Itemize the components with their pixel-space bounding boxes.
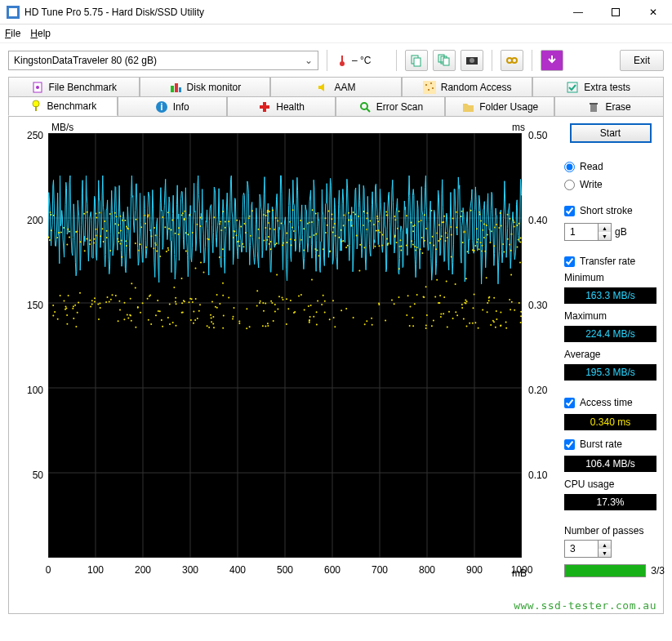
- svg-point-648: [164, 226, 166, 228]
- tab-health[interactable]: Health: [227, 96, 336, 116]
- svg-line-32: [367, 109, 370, 112]
- svg-rect-24: [567, 82, 577, 92]
- tab-file-benchmark[interactable]: File Benchmark: [8, 77, 140, 96]
- svg-point-161: [516, 225, 518, 226]
- spinner-down-icon[interactable]: ▼: [599, 232, 611, 240]
- device-dropdown[interactable]: KingstonDataTraveler 80 (62 gB) ⌄: [8, 51, 318, 70]
- tab-erase[interactable]: Erase: [554, 96, 664, 116]
- spinner-down-icon[interactable]: ▼: [599, 549, 611, 557]
- tab-folder-usage[interactable]: Folder Usage: [445, 96, 554, 116]
- minimize-button[interactable]: —: [559, 0, 597, 24]
- svg-point-124: [93, 243, 95, 244]
- svg-point-615: [487, 302, 488, 304]
- svg-rect-30: [260, 105, 269, 109]
- num-passes-spinner[interactable]: 3▲▼: [564, 540, 612, 558]
- burst-rate-check[interactable]: Burst rate: [564, 438, 656, 450]
- svg-rect-9: [443, 58, 449, 65]
- maximum-value: 224.4 MB/s: [564, 326, 656, 342]
- svg-point-179: [342, 240, 344, 242]
- start-button[interactable]: Start: [570, 123, 652, 143]
- transfer-rate-check[interactable]: Transfer rate: [564, 256, 656, 267]
- copy-stack-icon: [438, 54, 451, 67]
- svg-point-562: [127, 314, 128, 316]
- svg-point-23: [432, 87, 434, 89]
- tab-info[interactable]: iInfo: [118, 96, 227, 116]
- access-time-check[interactable]: Access time: [564, 397, 656, 408]
- short-stroke-check[interactable]: Short stroke: [564, 205, 656, 216]
- spinner-up-icon[interactable]: ▲: [599, 541, 611, 549]
- svg-point-193: [232, 318, 234, 319]
- svg-point-638: [438, 302, 439, 304]
- menu-file[interactable]: File: [5, 28, 20, 39]
- svg-point-538: [277, 220, 278, 221]
- svg-point-429: [309, 316, 311, 318]
- svg-point-78: [493, 297, 495, 299]
- svg-point-627: [249, 326, 251, 327]
- copy-button[interactable]: [405, 50, 428, 71]
- svg-point-358: [248, 217, 250, 219]
- svg-point-155: [290, 238, 291, 240]
- svg-point-102: [372, 324, 373, 326]
- svg-point-569: [268, 236, 269, 238]
- copy-all-button[interactable]: [433, 50, 456, 71]
- short-stroke-spinner[interactable]: 1▲▼: [564, 223, 612, 241]
- svg-point-577: [286, 233, 287, 234]
- svg-point-184: [274, 244, 276, 246]
- svg-point-239: [69, 230, 70, 232]
- tab-disk-monitor[interactable]: Disk monitor: [140, 77, 271, 96]
- svg-point-226: [161, 319, 162, 321]
- svg-point-642: [246, 308, 247, 309]
- close-button[interactable]: ✕: [634, 0, 672, 24]
- svg-point-614: [220, 229, 222, 231]
- svg-point-561: [240, 225, 242, 227]
- svg-point-509: [474, 322, 476, 323]
- svg-point-100: [378, 245, 380, 247]
- svg-point-418: [509, 299, 510, 300]
- tab-aam[interactable]: AAM: [270, 77, 402, 96]
- svg-point-62: [96, 213, 97, 215]
- write-radio[interactable]: Write: [564, 179, 656, 190]
- svg-point-249: [452, 218, 454, 220]
- screenshot-button[interactable]: [461, 50, 483, 71]
- svg-point-13: [512, 58, 517, 63]
- exit-button[interactable]: Exit: [620, 50, 664, 71]
- svg-point-604: [167, 249, 169, 251]
- svg-point-456: [350, 220, 352, 221]
- camera-icon: [465, 54, 478, 67]
- svg-point-262: [483, 223, 485, 225]
- svg-point-531: [378, 303, 380, 305]
- svg-point-54: [162, 326, 163, 327]
- svg-point-133: [263, 214, 265, 216]
- svg-point-148: [315, 234, 317, 235]
- svg-point-212: [439, 295, 441, 296]
- svg-point-595: [211, 321, 212, 323]
- svg-point-331: [282, 244, 283, 246]
- maximize-button[interactable]: [597, 0, 634, 24]
- svg-point-364: [178, 234, 180, 235]
- svg-point-321: [335, 235, 336, 237]
- svg-point-349: [194, 319, 196, 321]
- save-button[interactable]: [541, 50, 563, 71]
- menu-help[interactable]: Help: [30, 28, 51, 39]
- spinner-up-icon[interactable]: ▲: [599, 224, 611, 232]
- settings-button[interactable]: [501, 50, 523, 71]
- svg-point-447: [519, 261, 521, 263]
- svg-point-513: [199, 225, 201, 227]
- svg-point-502: [513, 220, 514, 221]
- svg-point-566: [493, 245, 495, 247]
- svg-point-591: [369, 220, 371, 221]
- svg-point-515: [518, 223, 520, 225]
- tab-random-access[interactable]: Random Access: [402, 77, 533, 96]
- device-dropdown-value: KingstonDataTraveler 80 (62 gB): [14, 55, 157, 66]
- svg-rect-19: [423, 81, 436, 94]
- svg-point-224: [308, 305, 309, 307]
- svg-rect-16: [171, 86, 174, 92]
- tab-benchmark[interactable]: Benchmark: [8, 96, 118, 116]
- svg-point-613: [65, 309, 66, 310]
- read-radio[interactable]: Read: [564, 161, 656, 172]
- svg-point-257: [312, 209, 314, 211]
- svg-point-206: [510, 250, 512, 252]
- svg-point-560: [329, 318, 331, 320]
- tab-error-scan[interactable]: Error Scan: [336, 96, 445, 116]
- tab-extra-tests[interactable]: Extra tests: [532, 77, 664, 96]
